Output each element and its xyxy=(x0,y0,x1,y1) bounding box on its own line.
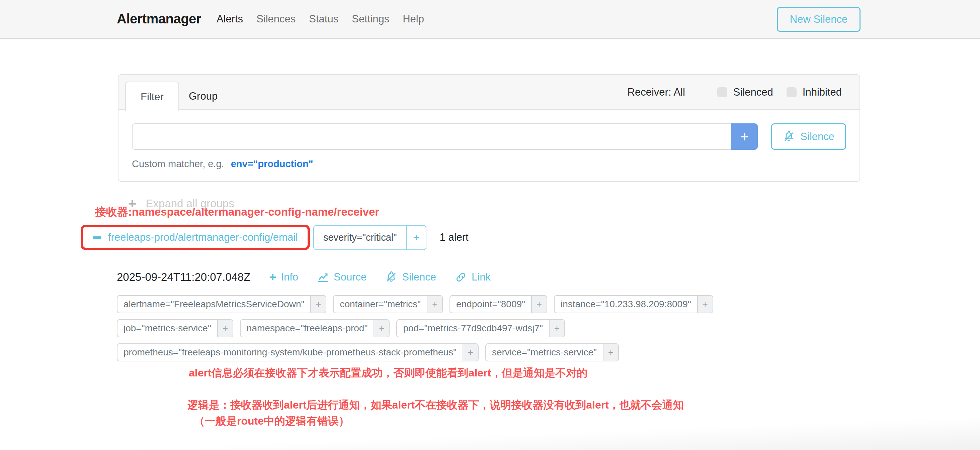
annotation-alert-note: alert信息必须在接收器下才表示配置成功，否则即使能看到alert，但是通知是… xyxy=(189,366,587,380)
label-add-filter-button[interactable]: + xyxy=(603,344,618,361)
filter-panel: Filter Group Receiver: All Silenced Inhi… xyxy=(118,74,860,182)
label-text: job="metrics-service" xyxy=(118,320,217,337)
label-chip-container: container="metrics" + xyxy=(333,295,443,313)
label-chip-endpoint: endpoint="8009" + xyxy=(450,295,547,313)
label-add-filter-button[interactable]: + xyxy=(549,320,564,337)
group-receiver-button[interactable]: freeleaps-prod/alertmanager-config/email xyxy=(86,229,305,246)
main-nav: Alerts Silences Status Settings Help xyxy=(216,13,424,25)
label-add-filter-button[interactable]: + xyxy=(531,296,547,312)
label-add-filter-button[interactable]: + xyxy=(697,296,713,312)
matcher-hint: Custom matcher, e.g. env="production" xyxy=(132,158,846,170)
label-text: instance="10.233.98.209:8009" xyxy=(555,296,697,312)
bell-slash-icon xyxy=(385,271,397,283)
add-matcher-button[interactable]: + xyxy=(731,124,758,150)
alert-source-link[interactable]: Source xyxy=(317,271,366,283)
chart-icon xyxy=(317,271,329,283)
label-chip-prometheus: prometheus="freeleaps-monitoring-system/… xyxy=(117,343,479,361)
label-chip-pod: pod="metrics-77d9cdb497-wdsj7" + xyxy=(396,319,565,338)
inhibited-checkbox[interactable] xyxy=(786,87,797,97)
annotation-receiver-note: 接收器:namespace/altermanager-config-name/r… xyxy=(95,204,379,220)
label-text: endpoint="8009" xyxy=(450,296,531,312)
alert-header-row: 2025-09-24T11:20:07.048Z + Info Source S… xyxy=(117,271,491,284)
collapse-minus-icon xyxy=(93,236,102,239)
label-add-filter-button[interactable]: + xyxy=(374,320,389,337)
new-silence-button[interactable]: New Silence xyxy=(777,7,861,32)
silence-filter-label: Silence xyxy=(800,131,834,143)
label-text: namespace="freeleaps-prod" xyxy=(241,320,374,337)
filter-panel-body: + Silence Custom matcher, e.g. env="prod… xyxy=(118,110,859,183)
annotation-logic-note-line2: （一般是route中的逻辑有错误） xyxy=(194,414,349,428)
alert-source-label: Source xyxy=(334,271,366,283)
label-chip-instance: instance="10.233.98.209:8009" + xyxy=(554,295,713,313)
tab-filter[interactable]: Filter xyxy=(125,82,179,111)
alert-link-link[interactable]: Link xyxy=(455,271,491,283)
label-chip-service: service="metrics-service" + xyxy=(485,343,619,361)
receiver-filter[interactable]: Receiver: All xyxy=(628,86,685,98)
group-matcher-chip: severity="critical" + xyxy=(313,225,426,250)
alert-group-row: freeleaps-prod/alertmanager-config/email… xyxy=(81,225,469,250)
label-chip-namespace: namespace="freeleaps-prod" + xyxy=(240,319,390,338)
annotation-highlight-box: freeleaps-prod/alertmanager-config/email xyxy=(81,225,310,250)
alert-labels: alertname="FreeleapsMetricsServiceDown" … xyxy=(117,295,766,361)
matcher-hint-text: Custom matcher, e.g. xyxy=(132,158,224,169)
label-text: alertname="FreeleapsMetricsServiceDown" xyxy=(118,296,310,312)
nav-item-alerts[interactable]: Alerts xyxy=(216,13,243,25)
alert-info-label: Info xyxy=(281,271,298,283)
bell-slash-icon xyxy=(783,131,795,143)
filter-panel-header: Filter Group Receiver: All Silenced Inhi… xyxy=(118,75,859,110)
filter-options: Receiver: All Silenced Inhibited xyxy=(628,75,842,109)
alert-count: 1 alert xyxy=(440,231,469,243)
annotation-logic-note-line1: 逻辑是：接收器收到alert后进行通知，如果alert不在接收器下，说明接收器没… xyxy=(188,398,684,412)
silenced-label: Silenced xyxy=(733,86,773,98)
top-navbar: Alertmanager Alerts Silences Status Sett… xyxy=(0,0,980,39)
label-text: service="metrics-service" xyxy=(486,344,603,361)
label-chip-alertname: alertname="FreeleapsMetricsServiceDown" … xyxy=(117,295,326,313)
matcher-input[interactable] xyxy=(132,124,731,150)
alert-timestamp: 2025-09-24T11:20:07.048Z xyxy=(117,271,250,284)
label-add-filter-button[interactable]: + xyxy=(427,296,442,312)
alert-link-label: Link xyxy=(472,271,491,283)
label-text: pod="metrics-77d9cdb497-wdsj7" xyxy=(397,320,549,337)
nav-item-status[interactable]: Status xyxy=(309,13,338,25)
group-receiver-label: freeleaps-prod/alertmanager-config/email xyxy=(108,231,298,243)
matcher-hint-example-link[interactable]: env="production" xyxy=(231,158,313,169)
alert-silence-label: Silence xyxy=(402,271,436,283)
label-text: prometheus="freeleaps-monitoring-system/… xyxy=(118,344,463,361)
app-brand[interactable]: Alertmanager xyxy=(117,11,201,26)
inhibited-label: Inhibited xyxy=(803,86,842,98)
silenced-filter-toggle[interactable]: Silenced xyxy=(717,86,773,98)
tab-group[interactable]: Group xyxy=(174,82,232,111)
label-add-filter-button[interactable]: + xyxy=(217,320,232,337)
label-chip-job: job="metrics-service" + xyxy=(117,319,233,338)
label-add-filter-button[interactable]: + xyxy=(310,296,326,312)
nav-item-help[interactable]: Help xyxy=(402,13,424,25)
alert-silence-link[interactable]: Silence xyxy=(385,271,436,283)
matcher-input-group: + xyxy=(132,124,758,150)
alert-info-link[interactable]: + Info xyxy=(269,271,298,283)
group-matcher-label: severity="critical" xyxy=(314,226,406,249)
plus-icon: + xyxy=(269,271,276,283)
link-icon xyxy=(455,271,467,283)
nav-item-silences[interactable]: Silences xyxy=(256,13,296,25)
group-matcher-add-button[interactable]: + xyxy=(406,226,426,249)
nav-item-settings[interactable]: Settings xyxy=(352,13,389,25)
label-text: container="metrics" xyxy=(334,296,427,312)
bottom-shadow xyxy=(0,413,980,450)
label-add-filter-button[interactable]: + xyxy=(463,344,478,361)
inhibited-filter-toggle[interactable]: Inhibited xyxy=(786,86,842,98)
silenced-checkbox[interactable] xyxy=(717,87,727,97)
silence-filter-button[interactable]: Silence xyxy=(771,124,846,150)
